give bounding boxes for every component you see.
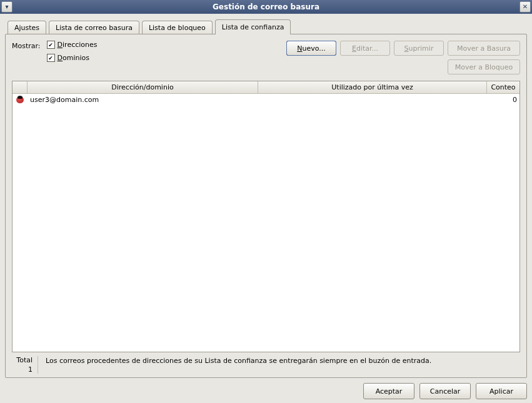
toolbar: Nuevo... Editar... Suprimir Mover a Basu… xyxy=(286,41,520,74)
row-address-cell: user3@domain.com xyxy=(28,96,258,104)
total-block: Total 1 xyxy=(13,356,38,374)
tab-label: Lista de bloqueo xyxy=(149,24,206,32)
dialog-body: Ajustes Lista de correo basura Lista de … xyxy=(0,14,532,403)
move-to-block-button[interactable]: Mover a Bloqueo xyxy=(448,59,520,74)
button-label: Editar... xyxy=(352,44,378,53)
delete-button[interactable]: Suprimir xyxy=(394,41,444,56)
cancel-button[interactable]: Cancelar xyxy=(419,383,471,399)
checkmark-icon: ✔ xyxy=(47,41,55,49)
checkbox-dominios[interactable]: ✔ Dominios xyxy=(47,54,98,62)
apply-button[interactable]: Aplicar xyxy=(476,383,527,399)
button-label: Mover a Basura xyxy=(457,44,511,53)
hint-text: Los correos procedentes de direcciones d… xyxy=(46,356,519,365)
button-label: Aceptar xyxy=(376,387,403,395)
tab-lista-confianza[interactable]: Lista de confianza xyxy=(215,19,291,34)
checkbox-label: Direcciones xyxy=(58,41,98,49)
total-label: Total xyxy=(16,356,33,364)
button-label: Mover a Bloqueo xyxy=(455,63,513,71)
show-label: Mostrar: xyxy=(12,41,41,62)
footer-info: Total 1 Los correos procedentes de direc… xyxy=(12,352,520,375)
close-button[interactable]: ✕ xyxy=(519,1,531,13)
close-icon: ✕ xyxy=(523,4,528,10)
button-label: Cancelar xyxy=(430,387,461,395)
table-body[interactable]: user3@domain.com 0 xyxy=(13,94,519,352)
tab-label: Ajustes xyxy=(14,24,39,32)
checkbox-direcciones[interactable]: ✔ Direcciones xyxy=(47,41,98,49)
row-count-cell: 0 xyxy=(487,96,519,104)
tab-label: Lista de confianza xyxy=(222,23,284,31)
tab-lista-basura[interactable]: Lista de correo basura xyxy=(49,21,139,34)
button-label: Nuevo... xyxy=(297,44,326,53)
chevron-down-icon: ▾ xyxy=(5,4,8,10)
table-row[interactable]: user3@domain.com 0 xyxy=(13,94,519,105)
ladybug-icon xyxy=(16,95,24,104)
row-icon-cell xyxy=(13,95,28,104)
edit-button[interactable]: Editar... xyxy=(340,41,390,56)
titlebar: ▾ Gestión de correo basura ✕ xyxy=(0,0,532,14)
show-check-stack: ✔ Direcciones ✔ Dominios xyxy=(47,41,98,62)
column-header-last[interactable]: Utilizado por última vez xyxy=(258,81,487,93)
new-button[interactable]: Nuevo... xyxy=(286,41,336,56)
ok-button[interactable]: Aceptar xyxy=(363,383,414,399)
tab-ajustes[interactable]: Ajustes xyxy=(8,21,46,34)
column-header-count[interactable]: Conteo xyxy=(487,81,519,93)
window-menu-button[interactable]: ▾ xyxy=(1,1,13,13)
checkmark-icon: ✔ xyxy=(47,54,55,62)
column-header-icon[interactable] xyxy=(13,81,28,93)
move-to-trash-button[interactable]: Mover a Basura xyxy=(448,41,520,56)
tab-lista-bloqueo[interactable]: Lista de bloqueo xyxy=(142,21,213,34)
checkbox-label: Dominios xyxy=(58,54,89,62)
total-value: 1 xyxy=(28,365,33,374)
button-label: Aplicar xyxy=(489,387,513,395)
show-column: Mostrar: ✔ Direcciones ✔ Dominios xyxy=(12,41,98,62)
top-controls: Mostrar: ✔ Direcciones ✔ Dominios Nuev xyxy=(12,41,520,74)
button-label: Suprimir xyxy=(404,44,434,53)
dialog-window: ▾ Gestión de correo basura ✕ Ajustes Lis… xyxy=(0,0,532,403)
tab-label: Lista de correo basura xyxy=(56,24,133,32)
dialog-button-bar: Aceptar Cancelar Aplicar xyxy=(5,378,527,399)
column-header-address[interactable]: Dirección/dominio xyxy=(28,81,258,93)
table-header: Dirección/dominio Utilizado por última v… xyxy=(13,81,519,94)
tab-panel: Mostrar: ✔ Direcciones ✔ Dominios Nuev xyxy=(5,34,527,378)
trust-list-table: Dirección/dominio Utilizado por última v… xyxy=(12,81,520,352)
window-title: Gestión de correo basura xyxy=(13,3,519,11)
tab-strip: Ajustes Lista de correo basura Lista de … xyxy=(5,19,527,34)
